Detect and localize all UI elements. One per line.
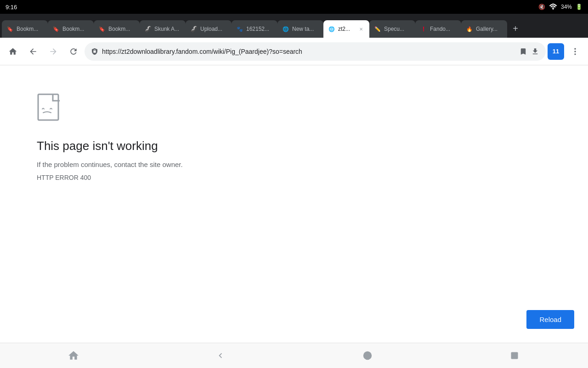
url-text: https://zt2downloadlibrary.fandom.com/wi…: [102, 48, 515, 55]
bottom-back-button[interactable]: [207, 346, 234, 365]
tab-label-7: New ta...: [292, 26, 319, 32]
paw-icon: 🐾: [236, 25, 243, 33]
status-icons: 🔇 34% 🔋: [538, 3, 582, 11]
security-icon: [91, 48, 98, 55]
tab-label-11: Gallery...: [476, 26, 503, 32]
back-nav-button[interactable]: [24, 42, 42, 61]
bottom-square-button[interactable]: [501, 346, 528, 365]
bookmark-icon-3: 🔖: [98, 25, 106, 33]
home-nav-button[interactable]: [4, 42, 22, 61]
upload-icon: 🦨: [190, 25, 198, 33]
reload-nav-button[interactable]: [64, 42, 83, 61]
bottom-nav-bar: [0, 343, 588, 368]
bookmark-url-icon[interactable]: [519, 47, 527, 56]
earth-icon-2: 🌐: [328, 25, 335, 33]
svg-point-0: [553, 8, 554, 9]
mute-icon: 🔇: [538, 4, 545, 10]
wifi-icon: [549, 3, 557, 11]
error-document-icon: [37, 93, 64, 125]
extensions-count-button[interactable]: 11: [548, 43, 564, 60]
battery-icon: 🔋: [576, 4, 582, 10]
download-url-icon[interactable]: [531, 47, 539, 56]
tab-label-8: zt2...: [338, 26, 355, 32]
tab-fandom[interactable]: ! Fando...: [415, 20, 461, 38]
bookmark-icon-2: 🔖: [52, 25, 60, 33]
url-bar[interactable]: https://zt2downloadlibrary.fandom.com/wi…: [85, 42, 546, 61]
skunk-icon: 🦨: [144, 25, 152, 33]
browser-menu-button[interactable]: [566, 42, 584, 61]
tab-bookmark-1[interactable]: 🔖 Bookm...: [2, 20, 48, 38]
tab-162152[interactable]: 🐾 162152...: [232, 20, 277, 38]
svg-rect-4: [38, 94, 58, 120]
page-content: This page isn't working If the problem c…: [0, 65, 588, 343]
battery-display: 34%: [561, 4, 572, 10]
tab-gallery[interactable]: 🔥 Gallery...: [461, 20, 507, 38]
error-code: HTTP ERROR 400: [37, 174, 91, 181]
tab-close-button[interactable]: ✕: [357, 25, 365, 33]
earth-icon-1: 🌐: [282, 25, 289, 33]
tab-label-3: Bookm...: [108, 26, 135, 32]
svg-rect-6: [511, 352, 518, 359]
svg-point-1: [574, 48, 576, 49]
tab-upload[interactable]: 🦨 Upload...: [186, 20, 232, 38]
time-display: 9:16: [6, 4, 17, 11]
tab-label-10: Fando...: [430, 26, 457, 32]
tab-specu[interactable]: ✏️ Specu...: [369, 20, 415, 38]
bookmark-icon-1: 🔖: [6, 25, 14, 33]
fandom-icon: !: [420, 25, 427, 33]
svg-point-3: [574, 53, 576, 55]
add-tab-button[interactable]: +: [507, 20, 524, 37]
forward-nav-button[interactable]: [44, 42, 62, 61]
status-bar: 9:16 🔇 34% 🔋: [0, 0, 588, 14]
pencil-icon: ✏️: [374, 25, 381, 33]
tab-label-6: 162152...: [246, 26, 273, 32]
tab-label-5: Upload...: [200, 26, 227, 32]
tab-label-4: Skunk A...: [154, 26, 181, 32]
fire-icon: 🔥: [466, 25, 473, 33]
bottom-home-button[interactable]: [60, 346, 87, 365]
svg-point-5: [363, 351, 372, 360]
tab-label-2: Bookm...: [62, 26, 89, 32]
tab-label-9: Specu...: [384, 26, 411, 32]
tab-new-tab[interactable]: 🌐 New ta...: [277, 20, 323, 38]
bottom-circle-button[interactable]: [354, 346, 381, 365]
tab-zt2[interactable]: 🌐 zt2... ✕: [323, 20, 369, 38]
tab-label-1: Bookm...: [17, 26, 43, 32]
reload-button[interactable]: Reload: [526, 310, 574, 329]
address-bar: https://zt2downloadlibrary.fandom.com/wi…: [0, 38, 588, 65]
tab-skunk[interactable]: 🦨 Skunk A...: [140, 20, 186, 38]
tab-bookmark-2[interactable]: 🔖 Bookm...: [48, 20, 94, 38]
error-title: This page isn't working: [37, 139, 158, 153]
tab-bar: 🔖 Bookm... 🔖 Bookm... 🔖 Bookm... 🦨 Skunk…: [0, 14, 588, 38]
tab-bookmark-3[interactable]: 🔖 Bookm...: [94, 20, 140, 38]
svg-point-2: [574, 51, 576, 52]
error-description: If the problem continues, contact the si…: [37, 161, 183, 168]
status-time: 9:16: [6, 4, 17, 11]
